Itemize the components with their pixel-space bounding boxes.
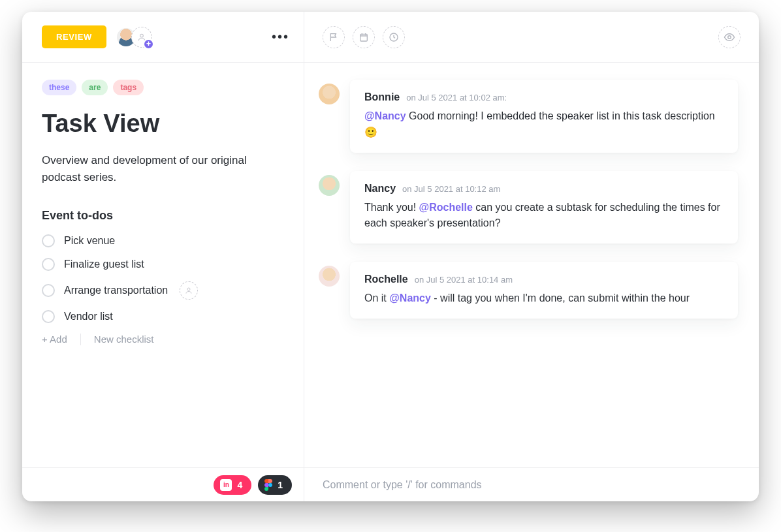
checklist-item[interactable]: Pick venue [42,234,284,247]
tag[interactable]: are [82,80,108,95]
comment-bubble: Rochelle on Jul 5 2021 at 10:14 am On it… [350,262,738,319]
assignee-avatars: + [116,27,152,48]
comments-list: Bonnie on Jul 5 2021 at 10:02 am: @Nancy… [304,63,759,467]
invision-chip[interactable]: in 4 [214,475,251,495]
checklist-item[interactable]: Arrange transportation [42,281,284,300]
comment: Bonnie on Jul 5 2021 at 10:02 am: @Nancy… [319,80,738,153]
invision-icon: in [220,479,232,491]
emoji: 🙂 [364,127,377,138]
comment-meta: on Jul 5 2021 at 10:12 am [402,184,500,194]
comment-author: Bonnie [364,91,400,103]
comment-body: Thank you! @Rochelle can you create a su… [364,200,724,232]
tag[interactable]: these [42,80,76,95]
checklist-item-label: Pick venue [64,235,115,247]
right-pane: Bonnie on Jul 5 2021 at 10:02 am: @Nancy… [304,12,759,501]
checklist-item-label: Vendor list [64,311,113,322]
figma-icon [264,479,272,491]
svg-point-0 [140,34,144,37]
tag[interactable]: tags [113,80,144,95]
add-item-button[interactable]: + Add [42,334,67,345]
calendar-icon [359,32,369,42]
task-title[interactable]: Task View [42,110,284,138]
assign-item-button[interactable] [180,281,198,300]
checkbox[interactable] [42,310,55,323]
comment: Rochelle on Jul 5 2021 at 10:14 am On it… [319,262,738,319]
comment-text: On it [364,292,389,304]
checklist-actions: + Add New checklist [42,334,284,345]
watch-button[interactable] [718,26,741,48]
chip-count: 1 [278,480,283,490]
left-header: REVIEW + ••• [22,12,304,63]
checkbox[interactable] [42,234,55,247]
svg-point-1 [187,288,190,290]
comment-avatar[interactable] [319,84,340,104]
add-assignee-button[interactable]: + [131,27,152,48]
checklist-title: Event to-dos [42,209,284,223]
flag-icon [328,32,339,42]
status-pill[interactable]: REVIEW [42,25,106,48]
comment-body: @Nancy Good morning! I embedded the spea… [364,108,724,141]
comment-author: Nancy [364,183,396,195]
person-icon [185,287,193,294]
comment-bubble: Bonnie on Jul 5 2021 at 10:02 am: @Nancy… [350,80,738,153]
svg-point-4 [728,35,731,39]
left-pane: REVIEW + ••• these are tags Task View Ov… [22,12,304,501]
chip-count: 4 [237,480,242,490]
eye-icon [724,31,735,43]
checklist-item[interactable]: Vendor list [42,310,284,323]
comment-body: On it @Nancy - will tag you when I'm don… [364,290,724,307]
comment-meta: on Jul 5 2021 at 10:02 am: [406,93,507,102]
task-description[interactable]: Overview and development of our original… [42,152,257,187]
tag-list: these are tags [42,80,284,95]
comment-text: Thank you! [364,202,419,213]
divider [80,334,81,345]
left-footer: in 4 1 [22,467,304,501]
left-body: these are tags Task View Overview and de… [22,63,304,467]
mention[interactable]: @Rochelle [419,202,473,213]
checkbox[interactable] [42,258,55,271]
checklist-item-label: Arrange transportation [64,285,168,296]
comment-avatar[interactable] [319,266,340,287]
checkbox[interactable] [42,284,55,297]
more-menu-button[interactable]: ••• [272,29,289,44]
right-header [304,12,759,63]
comment-meta: on Jul 5 2021 at 10:14 am [415,275,513,285]
comment-text: - will tag you when I'm done, can submit… [431,292,690,304]
comment-bubble: Nancy on Jul 5 2021 at 10:12 am Thank yo… [350,171,738,244]
comment-avatar[interactable] [319,175,340,196]
comment-input[interactable] [323,479,741,491]
plus-icon: + [143,39,154,50]
clock-icon [389,32,399,42]
svg-rect-2 [360,34,368,41]
right-footer [304,467,759,501]
time-button[interactable] [383,26,405,48]
mention[interactable]: @Nancy [389,292,431,304]
priority-button[interactable] [323,26,345,48]
figma-chip[interactable]: 1 [258,475,292,495]
new-checklist-button[interactable]: New checklist [94,334,154,345]
checklist-item[interactable]: Finalize guest list [42,258,284,271]
date-button[interactable] [353,26,375,48]
comment-author: Rochelle [364,274,408,285]
comment-text: Good morning! I embedded the speaker lis… [406,110,715,121]
mention[interactable]: @Nancy [364,110,406,121]
comment: Nancy on Jul 5 2021 at 10:12 am Thank yo… [319,171,738,244]
checklist-item-label: Finalize guest list [64,258,144,270]
task-window: REVIEW + ••• these are tags Task View Ov… [22,12,759,501]
